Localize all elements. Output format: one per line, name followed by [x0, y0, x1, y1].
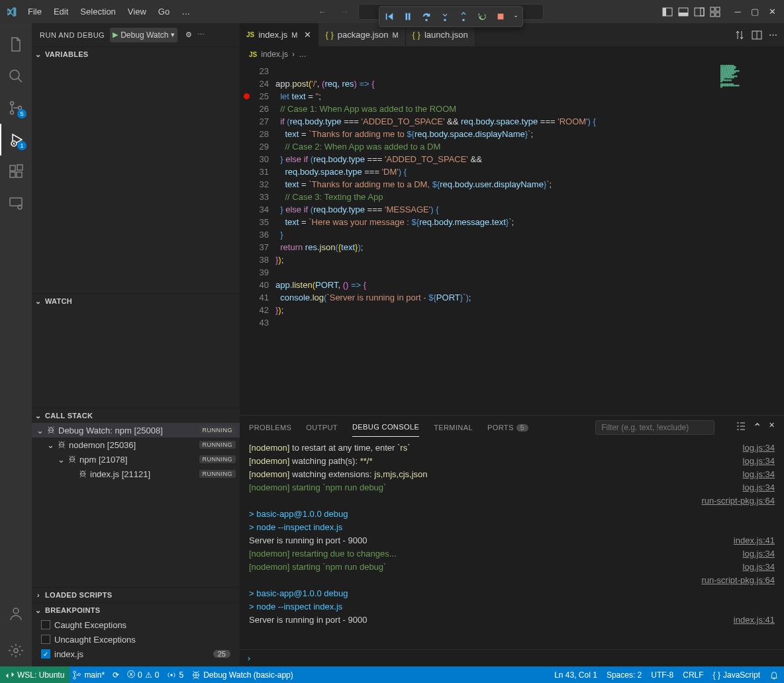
status-language[interactable]: { } JavaScript — [713, 670, 760, 680]
svg-rect-7 — [710, 7, 714, 11]
debug-restart-icon[interactable] — [474, 9, 490, 24]
debug-stop-icon[interactable] — [493, 9, 509, 24]
menu-file[interactable]: File — [23, 4, 47, 19]
console-source-link[interactable]: run-script-pkg.js:64 — [701, 574, 775, 587]
status-remote[interactable]: WSL: Ubuntu — [0, 666, 70, 683]
activity-debug-icon[interactable]: 1 — [0, 124, 32, 156]
status-ports[interactable]: 5 — [167, 670, 183, 680]
callstack-item[interactable]: ⌄Debug Watch: npm [25008]RUNNING — [32, 423, 240, 437]
svg-point-13 — [11, 111, 14, 114]
command-center[interactable] — [358, 4, 544, 20]
activity-search-icon[interactable] — [0, 60, 32, 92]
layout-right-icon[interactable] — [694, 7, 705, 17]
panel-tab-debug-console[interactable]: DEBUG CONSOLE — [352, 418, 419, 437]
debug-continue-icon[interactable] — [381, 9, 397, 24]
callstack-item[interactable]: ⌄npm [21078]RUNNING — [32, 452, 240, 467]
bp-file[interactable]: ✓index.js25 — [32, 647, 240, 661]
panel-tab-output[interactable]: OUTPUT — [306, 418, 338, 437]
close-panel-icon[interactable]: ✕ — [769, 421, 775, 433]
console-source-link[interactable]: log.js:34 — [743, 455, 775, 468]
console-source-link[interactable]: log.js:34 — [743, 481, 775, 494]
console-source-link[interactable]: run-script-pkg.js:64 — [701, 494, 775, 508]
section-variables[interactable]: ⌄VARIABLES — [32, 47, 240, 62]
activity-scm-icon[interactable]: 5 — [0, 92, 32, 124]
debug-pause-icon[interactable] — [400, 9, 416, 24]
window-minimize-icon[interactable]: ─ — [731, 5, 744, 19]
breakpoint-icon[interactable] — [244, 93, 250, 99]
callstack-item[interactable]: index.js [21121]RUNNING — [32, 467, 240, 481]
console-source-link[interactable]: log.js:34 — [743, 468, 775, 481]
tab-index.js[interactable]: JSindex.jsM✕ — [240, 23, 318, 46]
tree-view-icon[interactable] — [736, 421, 746, 433]
status-problems[interactable]: ⓧ0 ⚠0 — [127, 669, 159, 680]
status-debug[interactable]: Debug Watch (basic-app) — [191, 670, 293, 680]
console-input[interactable]: › — [240, 649, 784, 666]
debug-step-over-icon[interactable] — [418, 9, 434, 24]
activity-settings-icon[interactable] — [0, 635, 32, 666]
close-icon[interactable]: ✕ — [304, 30, 311, 40]
section-breakpoints[interactable]: ⌄BREAKPOINTS — [32, 603, 240, 617]
breadcrumb-file[interactable]: index.js — [261, 50, 288, 59]
menu-edit[interactable]: Edit — [48, 4, 74, 19]
panel-tab-terminal[interactable]: TERMINAL — [434, 418, 473, 437]
window-close-icon[interactable]: ✕ — [765, 5, 779, 19]
breadcrumb-more[interactable]: … — [299, 50, 307, 59]
status-notifications-icon[interactable] — [769, 670, 779, 680]
debug-step-into-icon[interactable] — [437, 9, 453, 24]
bp-uncaught[interactable]: Uncaught Exceptions — [32, 632, 240, 647]
activity-remote-icon[interactable] — [0, 187, 32, 219]
compare-changes-icon[interactable] — [734, 30, 745, 40]
more-icon[interactable]: ⋯ — [197, 30, 205, 39]
console-row: > basic-app@1.0.0 debug — [249, 587, 775, 600]
debug-console[interactable]: [nodemon] to restart at any time, enter … — [240, 439, 784, 649]
console-source-link[interactable]: index.js:41 — [734, 534, 775, 547]
clear-icon[interactable]: ⌃ — [753, 421, 761, 433]
section-watch[interactable]: ⌄WATCH — [32, 294, 240, 308]
checkbox-checked-icon[interactable]: ✓ — [41, 649, 50, 659]
console-row: [nodemon] starting `npm run debug`log.js… — [249, 561, 775, 574]
section-loaded-scripts[interactable]: ›LOADED SCRIPTS — [32, 588, 240, 602]
nav-back-icon[interactable]: ← — [315, 4, 331, 19]
activity-account-icon[interactable] — [0, 598, 32, 629]
status-encoding[interactable]: UTF-8 — [651, 670, 673, 680]
layout-customize-icon[interactable] — [710, 7, 720, 17]
status-eol[interactable]: CRLF — [683, 670, 703, 680]
nav-forward-icon[interactable]: → — [336, 4, 353, 19]
status-spaces[interactable]: Spaces: 2 — [607, 670, 642, 680]
section-callstack[interactable]: ⌄CALL STACK — [32, 408, 240, 423]
minimap[interactable]: ████ ████████████ ████ █████████████████… — [718, 62, 784, 415]
activity-extensions-icon[interactable] — [0, 156, 32, 187]
panel-tab-ports[interactable]: PORTS5 — [487, 418, 528, 437]
checkbox-icon[interactable] — [41, 635, 50, 644]
menu-view[interactable]: View — [122, 4, 152, 19]
line-gutter[interactable]: 2324252627282930313233343536373839404142… — [240, 62, 275, 415]
more-actions-icon[interactable]: ⋯ — [769, 30, 777, 40]
menu-go[interactable]: Go — [153, 4, 175, 19]
activity-explorer-icon[interactable] — [0, 28, 32, 60]
callstack-item[interactable]: ⌄nodemon [25036]RUNNING — [32, 437, 240, 452]
console-row: [nodemon] to restart at any time, enter … — [249, 441, 775, 455]
menu-selection[interactable]: Selection — [75, 4, 121, 19]
filter-input[interactable] — [595, 420, 714, 435]
code-editor[interactable]: app.post('/', (req, res) => { let text =… — [275, 62, 784, 415]
status-sync[interactable]: ⟳ — [113, 670, 119, 680]
status-cursor[interactable]: Ln 43, Col 1 — [554, 670, 597, 680]
console-source-link[interactable]: index.js:41 — [734, 614, 775, 627]
gear-icon[interactable]: ⚙ — [185, 30, 192, 39]
layout-bottom-icon[interactable] — [678, 7, 689, 17]
debug-config-selector[interactable]: ▶ Debug Watch ▾ — [110, 28, 177, 42]
status-branch[interactable]: main* — [72, 670, 105, 680]
bp-caught[interactable]: Caught Exceptions — [32, 617, 240, 632]
checkbox-icon[interactable] — [41, 620, 50, 629]
menu-more[interactable]: … — [176, 4, 195, 19]
layout-left-icon[interactable] — [662, 7, 673, 17]
debug-step-out-icon[interactable] — [456, 9, 471, 24]
branch-icon — [72, 670, 81, 680]
console-source-link[interactable]: log.js:34 — [743, 547, 775, 561]
window-maximize-icon[interactable]: ▢ — [748, 5, 761, 19]
console-source-link[interactable]: log.js:34 — [743, 441, 775, 455]
split-editor-icon[interactable] — [752, 30, 762, 40]
panel-tab-problems[interactable]: PROBLEMS — [249, 418, 291, 437]
debug-dropdown-icon[interactable] — [511, 9, 520, 24]
console-source-link[interactable]: log.js:34 — [743, 561, 775, 574]
